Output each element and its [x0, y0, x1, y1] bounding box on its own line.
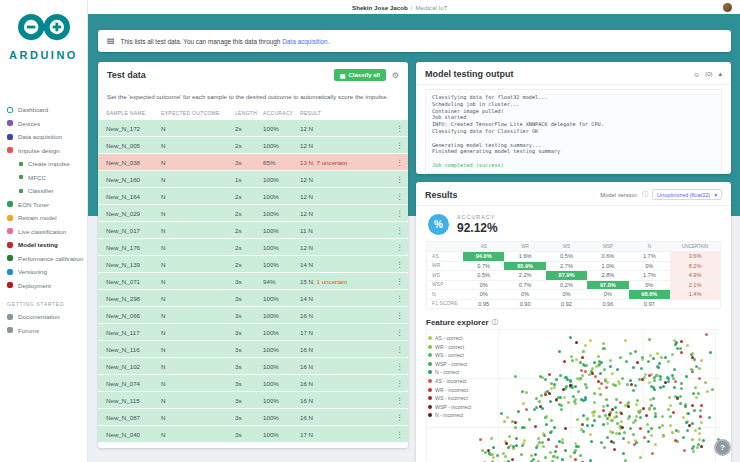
scatter-point[interactable] [565, 385, 568, 388]
scatter-point[interactable] [680, 340, 683, 343]
scatter-point[interactable] [645, 414, 648, 417]
scatter-point[interactable] [666, 376, 669, 379]
scatter-point[interactable] [708, 416, 711, 419]
scatter-point[interactable] [643, 436, 646, 439]
scatter-point[interactable] [650, 427, 653, 430]
scatter-point[interactable] [598, 415, 601, 418]
scatter-point[interactable] [592, 414, 595, 417]
scatter-point[interactable] [632, 366, 635, 369]
scatter-point[interactable] [620, 412, 623, 415]
scatter-point[interactable] [698, 438, 701, 441]
table-row[interactable]: New_N_116N3s100%16 N⋮ [98, 341, 408, 358]
table-row[interactable]: New_N_066N3s100%16 N⋮ [98, 307, 408, 324]
scatter-point[interactable] [616, 368, 619, 371]
scatter-point[interactable] [613, 416, 616, 419]
scatter-point[interactable] [525, 391, 528, 394]
scatter-point[interactable] [606, 422, 609, 425]
scatter-point[interactable] [639, 427, 642, 430]
chevron-up-icon[interactable]: ▴ [718, 70, 722, 78]
table-row[interactable]: New_N_117N3s100%17 N⋮ [98, 324, 408, 341]
scatter-point[interactable] [682, 436, 685, 439]
scatter-point[interactable] [503, 420, 506, 423]
model-version-select[interactable]: Unoptimized (float32)▾ [652, 189, 722, 200]
scatter-point[interactable] [584, 370, 587, 373]
scatter-point[interactable] [651, 452, 654, 455]
scatter-point[interactable] [515, 437, 518, 440]
scatter-point[interactable] [556, 456, 559, 459]
scatter-point[interactable] [564, 427, 567, 430]
scatter-point[interactable] [514, 426, 517, 429]
scatter-point[interactable] [597, 380, 600, 383]
scatter-point[interactable] [695, 396, 698, 399]
scatter-point[interactable] [549, 451, 552, 454]
table-row[interactable]: New_N_029N2s100%12 N⋮ [98, 205, 408, 222]
jobs-icon[interactable]: ⊙ [694, 71, 699, 78]
scatter-point[interactable] [609, 359, 612, 362]
scatter-point[interactable] [627, 441, 630, 444]
scatter-point[interactable] [611, 372, 614, 375]
scatter-point[interactable] [687, 412, 690, 415]
scatter-point[interactable] [603, 446, 606, 449]
scatter-point[interactable] [659, 386, 662, 389]
scatter-point[interactable] [697, 392, 700, 395]
scatter-point[interactable] [571, 386, 574, 389]
scatter-point[interactable] [679, 402, 682, 405]
table-row[interactable]: New_N_172N2s100%12 N⋮ [98, 120, 408, 137]
scatter-point[interactable] [641, 358, 644, 361]
scatter-point[interactable] [561, 441, 564, 444]
sidebar-item-documentation[interactable]: Documentation [0, 310, 87, 324]
scatter-point[interactable] [576, 418, 579, 421]
legend-item[interactable]: WR - incorrect [428, 387, 471, 393]
kebab-icon[interactable]: ⋮ [388, 294, 412, 303]
kebab-icon[interactable]: ⋮ [388, 396, 412, 405]
scatter-point[interactable] [660, 356, 663, 359]
scatter-point[interactable] [612, 441, 615, 444]
scatter-point[interactable] [545, 423, 548, 426]
scatter-point[interactable] [535, 397, 538, 400]
scatter-point[interactable] [711, 388, 714, 391]
sidebar-item-eon-tuner[interactable]: EON Tuner [0, 198, 87, 212]
scatter-point[interactable] [562, 388, 565, 391]
scatter-point[interactable] [677, 430, 680, 433]
scatter-point[interactable] [599, 393, 602, 396]
scatter-point[interactable] [558, 440, 561, 443]
info-icon[interactable]: ⓘ [642, 190, 648, 199]
scatter-point[interactable] [661, 415, 664, 418]
scatter-point[interactable] [520, 453, 523, 456]
scatter-point[interactable] [657, 366, 660, 369]
scatter-point[interactable] [684, 405, 687, 408]
scatter-point[interactable] [554, 450, 557, 453]
scatter-point[interactable] [626, 383, 629, 386]
legend-item[interactable]: AS - incorrect [428, 378, 471, 384]
kebab-icon[interactable]: ⋮ [388, 226, 412, 235]
scatter-point[interactable] [647, 430, 650, 433]
scatter-point[interactable] [542, 445, 545, 448]
kebab-icon[interactable]: ⋮ [388, 175, 412, 184]
table-row[interactable]: New_N_160N1s100%12 N⋮ [98, 171, 408, 188]
scatter-point[interactable] [559, 374, 562, 377]
scatter-point[interactable] [511, 458, 514, 461]
scatter-point[interactable] [692, 445, 695, 448]
sidebar-item-impulse-design[interactable]: Impulse design [0, 144, 87, 158]
classify-all-button[interactable]: ▦Classify all [334, 69, 386, 81]
scatter-point[interactable] [593, 419, 596, 422]
scatter-point[interactable] [632, 433, 635, 436]
scatter-point[interactable] [609, 365, 612, 368]
scatter-point[interactable] [611, 419, 614, 422]
scatter-point[interactable] [537, 437, 540, 440]
scatter-point[interactable] [662, 385, 665, 388]
scatter-point[interactable] [563, 396, 566, 399]
scatter-point[interactable] [582, 350, 585, 353]
sidebar-item-model-testing[interactable]: Model testing [0, 238, 87, 252]
scatter-point[interactable] [569, 336, 572, 339]
scatter-point[interactable] [672, 411, 675, 414]
scatter-point[interactable] [614, 406, 617, 409]
scatter-point[interactable] [667, 360, 670, 363]
scatter-point[interactable] [591, 424, 594, 427]
scatter-point[interactable] [668, 396, 671, 399]
scatter-point[interactable] [641, 378, 644, 381]
scatter-point[interactable] [627, 417, 630, 420]
scatter-point[interactable] [589, 433, 592, 436]
scatter-point[interactable] [603, 368, 606, 371]
info-icon[interactable]: ⓘ [492, 318, 498, 327]
